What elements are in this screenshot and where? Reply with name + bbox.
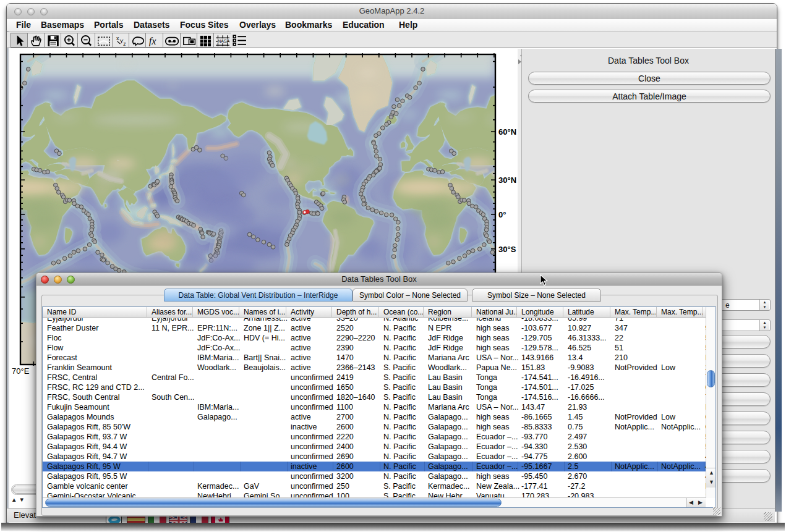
svg-text:30°S: 30°S <box>498 245 516 254</box>
svg-text:0°: 0° <box>498 210 506 219</box>
svg-text:30°N: 30°N <box>498 175 516 185</box>
svg-text:70°E: 70°E <box>12 366 30 376</box>
svg-text:60°N: 60°N <box>498 127 516 137</box>
